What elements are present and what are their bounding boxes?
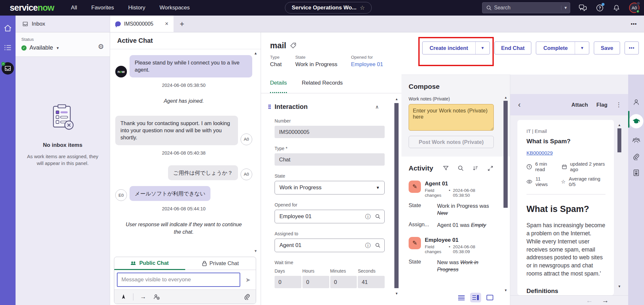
global-search[interactable]: ▼	[482, 2, 570, 13]
compose-scrollbar[interactable]: ▲ ▼	[503, 96, 508, 292]
collapse-section-icon[interactable]: ∧	[375, 104, 379, 110]
tab-public-chat[interactable]: Public Chat	[114, 257, 185, 270]
flag-article-button[interactable]: Flag	[596, 102, 607, 108]
scroll-down-icon[interactable]: ▼	[504, 288, 507, 292]
new-tab-button[interactable]: +	[174, 16, 190, 32]
state-select[interactable]: Work in Progress ▼	[275, 181, 385, 194]
opened-for-lookup[interactable]: Employee 01 ⓘ	[275, 210, 385, 223]
end-chat-button[interactable]: End Chat	[494, 41, 531, 54]
details-scrollbar[interactable]: ▲ ▼	[394, 97, 399, 295]
card-view-icon[interactable]	[484, 293, 495, 302]
menu-all[interactable]: All	[71, 5, 77, 11]
knowledge-rail-item-active[interactable]	[629, 114, 643, 128]
menu-favorites[interactable]: Favorites	[91, 5, 114, 11]
article-scrollbar[interactable]: ▲ ▼	[617, 123, 622, 292]
previous-article-arrow-icon[interactable]: ←	[586, 297, 593, 304]
star-rating-icon[interactable]: ☆	[561, 179, 566, 185]
favorite-star-icon[interactable]: ☆	[360, 4, 365, 11]
opened-for-link[interactable]: Employee 01	[351, 61, 383, 68]
split-view-icon[interactable]	[470, 293, 481, 302]
tab-details[interactable]: Details	[270, 80, 287, 93]
kb-number-link[interactable]: KB0000029	[526, 150, 553, 156]
close-tab-icon[interactable]: ×	[164, 20, 170, 27]
save-button[interactable]: Save	[594, 41, 620, 54]
search-scope-caret-icon[interactable]: ▼	[561, 6, 570, 10]
workspace-switcher[interactable]: Service Operations Wo... ☆	[285, 2, 372, 14]
post-work-notes-button[interactable]: Post Work notes (Private)	[409, 136, 494, 148]
kebab-menu-icon[interactable]: ⋮	[616, 101, 622, 108]
attach-file-paperclip-icon[interactable]	[243, 293, 251, 301]
graduation-cap-icon	[632, 118, 640, 124]
eye-icon	[526, 180, 532, 184]
meta-state: State Work in Progress	[295, 55, 337, 68]
activity-filter-icon[interactable]	[442, 165, 449, 172]
system-message: User response will indicate if they want…	[126, 221, 242, 236]
message-bubble: Please stand by while I connect you to a…	[130, 55, 252, 77]
tab-private-chat[interactable]: Private Chat	[185, 257, 256, 270]
drag-handle-icon[interactable]: ⋮	[266, 103, 270, 110]
create-incident-caret-icon[interactable]: ▼	[475, 42, 490, 54]
activity-sort-icon[interactable]	[472, 165, 479, 172]
record-info-icon[interactable]: ⓘ	[365, 242, 371, 249]
help-icon[interactable]: ?	[595, 4, 604, 12]
chat-scroll-down-icon[interactable]: ▼	[254, 249, 257, 253]
activity-entry: ✎ Agent 01 Field changes 2024-06-08 05:3…	[409, 181, 494, 198]
scroll-down-icon[interactable]: ▼	[618, 285, 621, 288]
scroll-up-icon[interactable]: ▲	[395, 97, 398, 101]
lists-icon[interactable]	[3, 43, 13, 53]
list-view-icon[interactable]	[456, 293, 467, 302]
inbox-rail-item-active[interactable]: ✓	[2, 62, 14, 75]
chat-message-list[interactable]: ▲ now Please stand by while I connect yo…	[110, 49, 261, 255]
scrollbar-thumb[interactable]	[503, 101, 508, 208]
notifications-bell-icon[interactable]	[612, 4, 621, 12]
complete-button[interactable]: Complete	[536, 42, 575, 54]
article-body: Spam has increasingly become a problem o…	[526, 221, 605, 278]
quick-actions-icon[interactable]	[119, 293, 127, 301]
tab-record-ims0000005[interactable]: IMS0000005 ×	[110, 16, 174, 32]
transfer-chat-arrow-icon[interactable]: →	[139, 293, 147, 301]
tag-icon[interactable]	[290, 42, 297, 49]
activity-expand-icon[interactable]	[487, 165, 494, 172]
complete-caret-icon[interactable]: ▼	[575, 42, 589, 54]
connect-chat-icon[interactable]	[579, 4, 587, 12]
scroll-down-icon[interactable]: ▼	[395, 292, 398, 295]
field-label: Wait time	[275, 260, 385, 265]
user-avatar[interactable]: A0 ✓	[629, 3, 639, 13]
field-changes-pencil-icon: ✎	[409, 181, 421, 193]
record-info-icon[interactable]: ⓘ	[365, 213, 371, 220]
home-icon[interactable]	[3, 23, 13, 33]
servicenow-logo[interactable]: servicenow	[10, 3, 54, 13]
interaction-section-header: ⋮ Interaction ∧	[266, 103, 385, 111]
lookup-search-icon[interactable]	[375, 214, 380, 219]
chat-message-input[interactable]	[117, 273, 240, 287]
documents-icon[interactable]	[632, 169, 640, 177]
activity-search-icon[interactable]	[457, 165, 464, 172]
send-message-icon[interactable]: ➤	[243, 276, 253, 284]
attach-article-button[interactable]: Attach	[571, 102, 588, 108]
menu-history[interactable]: History	[128, 5, 145, 11]
chat-scroll-up-icon[interactable]: ▲	[254, 51, 257, 55]
scroll-up-icon[interactable]: ▲	[504, 96, 507, 99]
scrollbar-thumb[interactable]	[617, 128, 621, 152]
menu-workspaces[interactable]: Workspaces	[160, 5, 190, 11]
tab-overflow-menu-icon[interactable]: •••	[631, 21, 637, 27]
assigned-to-lookup[interactable]: Agent 01 ⓘ	[275, 239, 385, 252]
lookup-search-icon[interactable]	[375, 243, 380, 248]
change-value: Agent 01 was Empty	[437, 221, 494, 229]
contacts-group-icon[interactable]	[632, 136, 640, 145]
search-input[interactable]	[494, 5, 561, 11]
contact-person-icon[interactable]	[632, 98, 640, 106]
attachments-paperclip-icon[interactable]	[632, 152, 640, 161]
back-chevron-icon[interactable]: ‹	[518, 101, 521, 109]
create-incident-button[interactable]: Create incident	[423, 42, 475, 54]
status-dropdown[interactable]: ✓ Available ▼	[21, 44, 104, 51]
work-notes-textarea[interactable]	[409, 104, 494, 131]
tab-related-records[interactable]: Related Records	[302, 80, 343, 93]
more-actions-button[interactable]: •••	[625, 41, 639, 54]
inbox-empty-state: No inbox items As work items are assigne…	[16, 57, 110, 167]
scroll-up-icon[interactable]: ▲	[618, 123, 621, 127]
add-participant-icon[interactable]	[153, 293, 161, 301]
scrollbar-thumb[interactable]	[394, 103, 399, 288]
next-article-arrow-icon[interactable]: →	[602, 297, 609, 304]
inbox-settings-gear-icon[interactable]: ⚙	[98, 43, 104, 51]
